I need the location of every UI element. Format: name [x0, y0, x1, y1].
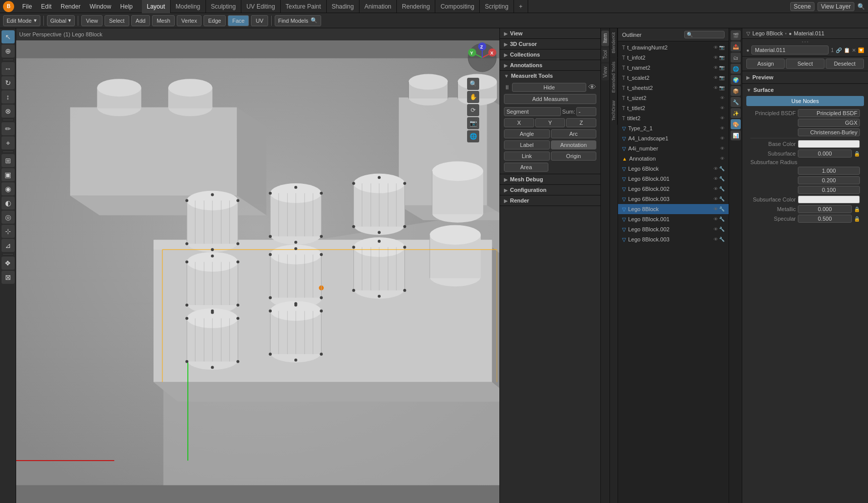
- material-props-icon[interactable]: 🎨: [731, 119, 741, 129]
- eye-icon[interactable]: 👁: [588, 83, 596, 92]
- tab-rendering[interactable]: Rendering: [397, 0, 435, 13]
- tab-modeling[interactable]: Modeling: [171, 0, 206, 13]
- eye-vis-icon-14[interactable]: 👁: [713, 176, 718, 181]
- knife-tool[interactable]: ⊹: [2, 225, 15, 238]
- eye-vis-icon-8[interactable]: 👁: [720, 116, 725, 121]
- outliner-item-a4landscape[interactable]: ▽ A4_Landscape1 👁: [618, 133, 729, 143]
- bevel-tool[interactable]: ◉: [2, 182, 15, 195]
- outliner-item-lego6-003[interactable]: ▽ Lego 6Block.003 👁 🔧: [618, 194, 729, 204]
- eye-vis-icon-19[interactable]: 👁: [713, 227, 718, 232]
- menu-file[interactable]: File: [18, 2, 36, 11]
- preview-header[interactable]: ▶ Preview: [746, 73, 864, 81]
- measureit-header[interactable]: ▼ MeasureIt Tools: [500, 71, 600, 81]
- particles-props-icon[interactable]: ✨: [731, 108, 741, 118]
- output-props-icon[interactable]: 📤: [731, 41, 741, 52]
- viewport[interactable]: User Perspective (1) Lego 8Block X Y Z: [16, 28, 499, 503]
- orbit-icon[interactable]: ⟳: [467, 104, 479, 116]
- tab-sculpting[interactable]: Sculpting: [206, 0, 241, 13]
- eye-vis-icon-7[interactable]: 👁: [720, 106, 725, 111]
- eye-vis-icon-16[interactable]: 👁: [713, 196, 718, 202]
- extended-tools-tab[interactable]: Extended Tools: [610, 58, 618, 96]
- outliner-item-lego8-002[interactable]: ▽ Lego 8Block.002 👁 🔧: [618, 224, 729, 234]
- label-btn[interactable]: Label: [504, 140, 550, 149]
- y-btn[interactable]: Y: [535, 118, 566, 127]
- vertex-slide-tool[interactable]: ⊠: [2, 271, 15, 284]
- techdraw-tab[interactable]: TechDraw: [610, 96, 618, 125]
- cam-vis-icon-14[interactable]: 🔧: [719, 176, 725, 181]
- cam-vis-icon-4[interactable]: 📷: [719, 75, 725, 80]
- extrude-tool[interactable]: ⊞: [2, 154, 15, 167]
- eye-vis-icon-1[interactable]: 👁: [713, 45, 718, 50]
- eye-vis-icon-10[interactable]: 👁: [720, 136, 725, 141]
- view-section-header[interactable]: ▶ View: [500, 28, 600, 38]
- tool-tab[interactable]: Tool: [601, 47, 609, 62]
- eye-vis-icon-11[interactable]: 👁: [720, 146, 725, 151]
- ggx-value[interactable]: GGX: [798, 119, 860, 127]
- subsurface-lock-icon[interactable]: 🔒: [854, 151, 860, 157]
- scene-props-icon[interactable]: 🌐: [731, 64, 741, 74]
- outliner-item-t-drawing[interactable]: T t_drawingNumt2 👁 📷: [618, 42, 729, 53]
- outliner-item-t-title[interactable]: T t_titlet2 👁: [618, 103, 729, 113]
- outliner-item-lego8-001[interactable]: ▽ Lego 8Block.001 👁 🔧: [618, 214, 729, 224]
- world-icon[interactable]: 🌐: [467, 130, 479, 142]
- scene-field[interactable]: Scene: [790, 2, 814, 11]
- tab-layout[interactable]: Layout: [142, 0, 171, 13]
- cam-vis-icon-2[interactable]: 📷: [719, 55, 725, 60]
- tab-add[interactable]: +: [514, 0, 528, 13]
- outliner-item-lego6-001[interactable]: ▽ Lego 6Block.001 👁 🔧: [618, 174, 729, 184]
- deselect-btn[interactable]: Deselect: [826, 59, 864, 69]
- configuration-header[interactable]: ▶ Configuration: [500, 185, 600, 195]
- delete-icon[interactable]: ✕: [852, 47, 856, 53]
- render-props-icon[interactable]: 🎬: [731, 30, 741, 40]
- assign-btn[interactable]: Assign: [746, 59, 785, 69]
- collections-header[interactable]: ▶ Collections: [500, 49, 600, 60]
- eye-vis-icon-15[interactable]: 👁: [713, 186, 718, 191]
- tab-animation[interactable]: Animation: [360, 0, 397, 13]
- view-btn[interactable]: View: [81, 15, 103, 26]
- cam-vis-icon-19[interactable]: 🔧: [719, 227, 725, 232]
- rotate-tool[interactable]: ↻: [2, 76, 15, 89]
- annotations-header[interactable]: ▶ Annotations: [500, 60, 600, 70]
- subsurface-value[interactable]: 0.000: [798, 149, 852, 158]
- collapse-row[interactable]: • • •: [742, 39, 868, 44]
- eye-vis-icon-12[interactable]: 👁: [720, 156, 725, 161]
- select-tool[interactable]: ↖: [2, 30, 15, 43]
- outliner-item-lego8-003[interactable]: ▽ Lego 8Block.003 👁 🔧: [618, 234, 729, 244]
- select-btn[interactable]: Select: [105, 15, 129, 26]
- metallic-lock-icon[interactable]: 🔒: [854, 207, 860, 212]
- filter-prop-icon[interactable]: 🔽: [858, 47, 864, 53]
- bisect-tool[interactable]: ⊿: [2, 239, 15, 252]
- menu-render[interactable]: Render: [57, 2, 84, 11]
- edit-mode-dropdown[interactable]: Edit Mode ▾: [3, 15, 40, 26]
- eye-vis-icon-5[interactable]: 👁: [713, 85, 718, 90]
- outliner-item-t-scale[interactable]: T t_scalet2 👁 📷: [618, 73, 729, 83]
- specular-value[interactable]: 0.500: [798, 215, 852, 223]
- eye-vis-icon-3[interactable]: 👁: [713, 65, 718, 70]
- copy-icon[interactable]: 📋: [844, 47, 850, 53]
- surface-header[interactable]: ▼ Surface: [746, 86, 864, 94]
- tab-texture-paint[interactable]: Texture Paint: [281, 0, 327, 13]
- menu-help[interactable]: Help: [116, 2, 137, 11]
- cam-vis-icon-17[interactable]: 🔧: [719, 207, 725, 212]
- annotate-tool[interactable]: ✏: [2, 122, 15, 135]
- base-color-swatch[interactable]: [798, 140, 860, 148]
- eye-vis-icon-9[interactable]: 👁: [720, 126, 725, 131]
- outliner-search-input[interactable]: [684, 31, 725, 38]
- eye-vis-icon-2[interactable]: 👁: [713, 55, 718, 60]
- world-props-icon[interactable]: 🌍: [731, 75, 741, 85]
- outliner-item-type21[interactable]: ▽ Type_2_1 👁: [618, 123, 729, 133]
- edge-btn[interactable]: Edge: [203, 15, 226, 26]
- measure-tool[interactable]: ⌖: [2, 136, 15, 149]
- navigation-gizmo[interactable]: X Y Z: [467, 42, 497, 73]
- z-btn[interactable]: Z: [566, 118, 596, 127]
- arc-btn[interactable]: Arc: [551, 129, 597, 138]
- cursor-tool[interactable]: ⊕: [2, 44, 15, 58]
- add-btn[interactable]: Add: [131, 15, 150, 26]
- tab-shading[interactable]: Shading: [327, 0, 360, 13]
- tab-scripting[interactable]: Scripting: [480, 0, 514, 13]
- offset-tool[interactable]: ◎: [2, 211, 15, 224]
- link-icon[interactable]: 🔗: [836, 47, 842, 53]
- ss-radius-1-value[interactable]: 1.000: [798, 167, 860, 175]
- uv-btn[interactable]: UV: [251, 15, 268, 26]
- cam-vis-icon-16[interactable]: 🔧: [719, 196, 725, 202]
